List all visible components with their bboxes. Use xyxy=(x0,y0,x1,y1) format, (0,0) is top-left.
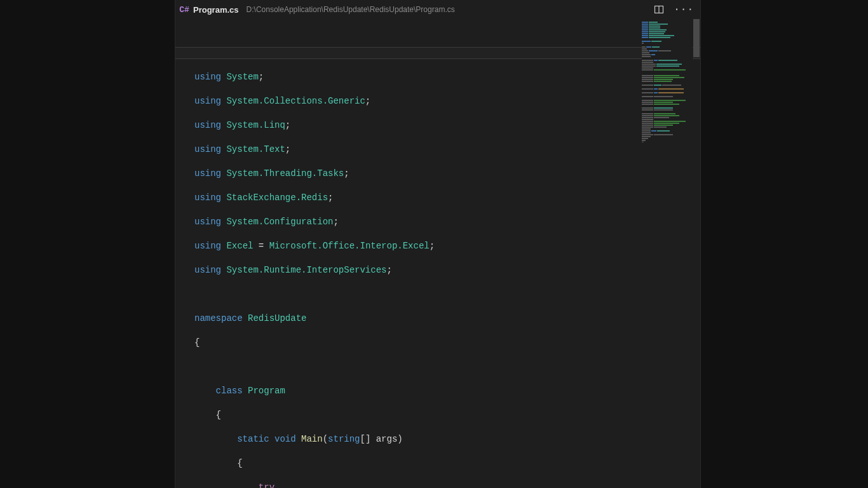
code-editor[interactable]: using System; using System.Collections.G… xyxy=(175,19,700,488)
split-editor-icon[interactable] xyxy=(653,4,665,15)
left-panel-placeholder xyxy=(0,0,175,488)
editor-tabbar: C# Program.cs D:\ConsoleApplication\Redi… xyxy=(175,0,700,19)
more-actions-icon[interactable]: ··· xyxy=(674,4,694,15)
active-tab[interactable]: C# Program.cs D:\ConsoleApplication\Redi… xyxy=(179,4,455,15)
csharp-file-icon: C# xyxy=(179,4,189,15)
current-line-highlight xyxy=(175,47,700,59)
file-path-label: D:\ConsoleApplication\RedisUpdate\RedisU… xyxy=(247,5,455,14)
vertical-scrollbar[interactable] xyxy=(693,19,700,488)
scrollbar-thumb[interactable] xyxy=(693,19,700,57)
right-panel-placeholder xyxy=(701,0,868,488)
file-name-label: Program.cs xyxy=(193,5,239,15)
minimap[interactable] xyxy=(642,22,693,142)
editor-pane: C# Program.cs D:\ConsoleApplication\Redi… xyxy=(175,0,701,488)
